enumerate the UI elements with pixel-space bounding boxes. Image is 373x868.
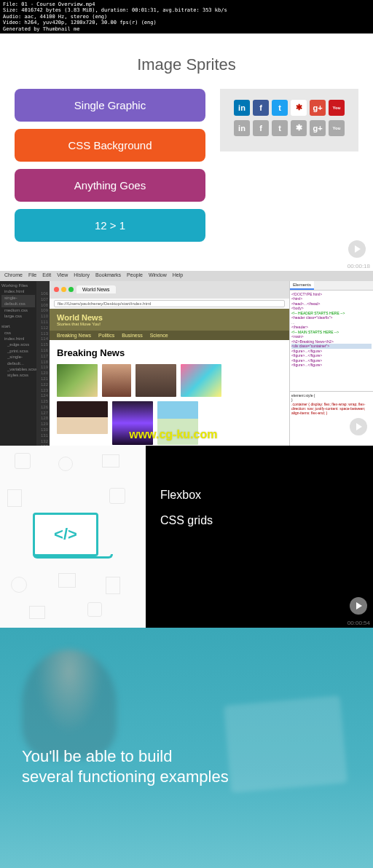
file-item[interactable]: large.css	[1, 313, 35, 319]
menu-file[interactable]: File	[28, 272, 36, 280]
meta-file: File: 01 - Course Overview.mp4	[3, 1, 370, 7]
nav-link[interactable]: Politics	[98, 333, 114, 338]
slide1-title: Image Sprites	[15, 55, 358, 74]
site-title: World News	[57, 313, 282, 322]
meta-audio: Audio: aac, 44100 Hz, stereo (eng)	[3, 14, 370, 20]
file-item[interactable]: _single-default...	[1, 354, 35, 366]
menu-edit[interactable]: Edit	[42, 272, 51, 280]
facebook-gray-icon: f	[253, 120, 269, 136]
youtube-icon: You	[329, 100, 345, 116]
googleplus-gray-icon: g+	[310, 120, 326, 136]
linkedin-gray-icon: in	[234, 120, 250, 136]
file-item[interactable]: index.html	[1, 288, 35, 294]
googleplus-icon: g+	[310, 100, 326, 116]
file-item[interactable]: css	[1, 330, 35, 336]
browser-tab[interactable]: World News	[76, 285, 116, 293]
facebook-icon: f	[253, 100, 269, 116]
thumb-image	[57, 401, 108, 434]
line-number-gutter: 1061071081091101111121131141151161171181…	[36, 271, 50, 446]
icon-row-color: in f t ✱ g+ You	[233, 100, 345, 116]
file-metadata: File: 01 - Course Overview.mp4 Size: 401…	[0, 0, 373, 33]
play-icon[interactable]	[350, 418, 367, 435]
tablet-background	[224, 695, 348, 792]
site-nav: Breaking News Politics Business Science	[50, 331, 289, 340]
icon-row-gray: in f t ✱ g+ You	[233, 120, 345, 136]
nav-link[interactable]: Science	[150, 333, 168, 338]
mac-menubar: Chrome File Edit View History Bookmarks …	[0, 271, 373, 281]
site-subtitle: Stories that Move You!	[57, 322, 282, 326]
file-item[interactable]: _edge.scss	[1, 342, 35, 347]
slide-outro: You'll be able to build several function…	[0, 628, 373, 868]
file-item[interactable]: medium.css	[1, 307, 35, 313]
thumb-image	[181, 364, 221, 397]
topic-flexbox: Flexbox	[160, 482, 358, 508]
slide-screenshot-ide: Chrome File Edit View History Bookmarks …	[0, 271, 373, 446]
topic-cssgrids: CSS grids	[160, 508, 358, 533]
watermark: www.cg-ku.com	[129, 428, 217, 441]
menu-people[interactable]: People	[127, 272, 143, 280]
timestamp-3: 00:00:54	[348, 620, 370, 626]
pill-twelve-gt-one[interactable]: 12 > 1	[15, 209, 205, 242]
site-header: World News Stories that Move You!	[50, 309, 289, 331]
page-heading: Breaking News	[57, 347, 282, 358]
yelp-icon: ✱	[291, 100, 307, 116]
menu-help[interactable]: Help	[173, 272, 183, 280]
thumb-image	[102, 364, 131, 397]
meta-size: Size: 4016742 bytes (3.83 MiB), duration…	[3, 7, 370, 13]
file-item[interactable]: _print.scss	[1, 348, 35, 354]
sprite-example-box: in f t ✱ g+ You in f t ✱ g+ You	[220, 89, 358, 151]
devtools-elements-tree[interactable]: <!DOCTYPE html> <html> <head>...</head> …	[290, 291, 373, 369]
thumb-image	[136, 364, 176, 397]
file-item[interactable]: single-default.css	[1, 295, 35, 307]
laptop-code-icon: </>	[33, 513, 113, 561]
menu-view[interactable]: View	[57, 272, 68, 280]
devtools-styles[interactable]: element.style { } .container { display: …	[290, 391, 373, 417]
twitter-gray-icon: t	[272, 120, 288, 136]
topics-panel: Flexbox CSS grids	[146, 446, 373, 628]
menu-bookmarks[interactable]: Bookmarks	[95, 272, 121, 280]
pill-anything-goes[interactable]: Anything Goes	[15, 169, 205, 202]
twitter-icon: t	[272, 100, 288, 116]
meta-video: Video: h264, yuv420p, 1280x720, 30.00 fp…	[3, 20, 370, 25]
menu-window[interactable]: Window	[149, 272, 167, 280]
editor-sidebar: Working Files index.html single-default.…	[0, 271, 36, 446]
browser-window: World News file:///Users/paulcheney/Desk…	[50, 281, 289, 446]
file-item[interactable]: _variables.scss	[1, 366, 35, 372]
nav-link[interactable]: Business	[122, 333, 142, 338]
outro-text: You'll be able to build several function…	[22, 746, 229, 788]
outro-line1: You'll be able to build	[22, 746, 229, 768]
pill-single-graphic[interactable]: Single Graphic	[15, 89, 205, 122]
person-background	[22, 650, 117, 759]
file-item[interactable]: index.html	[1, 336, 35, 342]
menu-app[interactable]: Chrome	[4, 272, 23, 280]
youtube-gray-icon: You	[329, 120, 345, 136]
icon-pattern-panel: </>	[0, 446, 146, 628]
slide-image-sprites: Image Sprites Single Graphic CSS Backgro…	[0, 33, 373, 271]
devtools-tab-elements[interactable]: Elements	[290, 281, 314, 290]
nav-link[interactable]: Breaking News	[57, 333, 91, 338]
meta-generated: Generated by Thumbnail me	[3, 26, 370, 32]
thumb-image	[57, 364, 98, 397]
menu-history[interactable]: History	[74, 272, 90, 280]
play-icon[interactable]	[350, 597, 367, 615]
slide-flexbox-grids: </> Flexbox CSS grids 00:00:54	[0, 446, 373, 628]
pill-css-background[interactable]: CSS Background	[15, 129, 205, 162]
pill-buttons-column: Single Graphic CSS Background Anything G…	[15, 89, 205, 242]
address-bar[interactable]: file:///Users/paulcheney/Desktop/start/i…	[54, 300, 285, 307]
file-item[interactable]: Working Files	[1, 283, 35, 288]
file-item[interactable]: start	[1, 323, 35, 329]
yelp-gray-icon: ✱	[291, 120, 307, 136]
file-item[interactable]: styles.scss	[1, 372, 35, 378]
timestamp-1: 00:00:18	[348, 263, 370, 269]
play-icon[interactable]	[348, 240, 366, 258]
linkedin-icon: in	[234, 100, 250, 116]
window-controls[interactable]	[54, 287, 74, 292]
outro-line2: several functioning examples	[22, 767, 229, 788]
